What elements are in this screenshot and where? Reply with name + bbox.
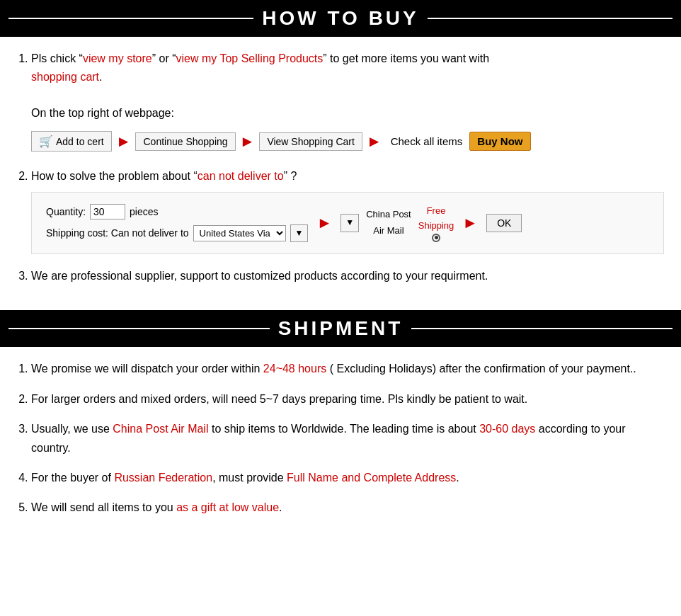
shipping-label: Shipping cost: Can not deliver to — [46, 225, 189, 241]
add-to-cart-button[interactable]: 🛒 Add to cert — [31, 131, 112, 152]
step2-suffix: ” ? — [284, 170, 297, 182]
cart-flow: 🛒 Add to cert ► Continue Shopping ► View… — [31, 129, 664, 154]
china-post-box: China Post Air Mail — [366, 207, 411, 239]
step1-middle: ” or “ — [152, 52, 176, 64]
step1-subtext: On the top right of webpage: — [31, 107, 174, 119]
ship5-text1: We will send all items to you — [31, 501, 176, 513]
view-cart-label: View Shopping Cart — [267, 136, 354, 147]
add-to-cart-label: Add to cert — [56, 136, 104, 147]
shipment-item-4: For the buyer of Russian Federation, mus… — [31, 469, 664, 487]
step1-suffix: ” to get more items you want with — [323, 52, 489, 64]
step1-cart-suffix: . — [99, 71, 102, 83]
china-post-line1: China Post — [366, 207, 411, 222]
radio-button[interactable] — [432, 234, 440, 242]
diagram-arrow-1: ► — [316, 210, 332, 235]
step-2: How to solve the problem about “can not … — [31, 167, 664, 254]
top-selling-link[interactable]: view my Top Selling Products — [176, 52, 323, 64]
ship4-text2: , must provide — [212, 472, 287, 484]
buy-now-label: Buy Now — [477, 135, 522, 147]
ship3-highlight2: 30-60 days — [479, 423, 535, 435]
check-items-text: Check all items — [391, 133, 463, 150]
view-store-link[interactable]: view my store — [83, 52, 152, 64]
shipment-content: We promise we will dispatch your order w… — [0, 347, 681, 541]
continue-shopping-button[interactable]: Continue Shopping — [135, 132, 235, 151]
shipment-header: SHIPMENT — [0, 310, 681, 347]
step-1: Pls chick “view my store” or “view my To… — [31, 50, 664, 154]
arrow-3: ► — [367, 129, 382, 154]
free-shipping-box: Free Shipping — [418, 204, 454, 242]
ship5-text2: . — [279, 501, 282, 513]
ship5-highlight: as a gift at low value — [176, 501, 279, 513]
how-to-buy-header: HOW TO BUY — [0, 0, 681, 37]
pieces-label: pieces — [130, 204, 158, 219]
ship3-text2: to ship items to Worldwide. The leading … — [208, 423, 479, 435]
ship1-text1: We promise we will dispatch your order w… — [31, 363, 263, 375]
shipment-title: SHIPMENT — [278, 317, 404, 340]
quantity-input[interactable] — [90, 204, 125, 219]
shipping-select[interactable]: United States Via — [193, 225, 286, 241]
how-to-buy-title: HOW TO BUY — [262, 7, 418, 30]
view-cart-button[interactable]: View Shopping Cart — [259, 132, 362, 151]
dropdown-arrow[interactable]: ▼ — [290, 224, 309, 242]
step3-text: We are professional supplier, support to… — [31, 270, 488, 282]
shipping-row: Shipping cost: Can not deliver to United… — [46, 224, 308, 242]
free-shipping-line2: Shipping — [418, 219, 454, 234]
quantity-row: Quantity: pieces — [46, 204, 308, 219]
ok-label: OK — [497, 217, 511, 229]
continue-shopping-label: Continue Shopping — [143, 136, 227, 147]
cart-icon: 🛒 — [39, 135, 53, 148]
arrow-2: ► — [240, 129, 256, 154]
ship4-text1: For the buyer of — [31, 472, 114, 484]
ship3-text1: Usually, we use — [31, 423, 113, 435]
ship4-highlight2: Full Name and Complete Address — [287, 472, 456, 484]
shipment-item-5: We will send all items to you as a gift … — [31, 498, 664, 517]
china-post-line2: Air Mail — [373, 224, 404, 239]
ship4-text3: . — [456, 472, 459, 484]
ship1-highlight: 24~48 hours — [263, 363, 326, 375]
step-3: We are professional supplier, support to… — [31, 267, 664, 285]
radio-inner — [435, 236, 438, 239]
ship4-highlight1: Russian Federation — [114, 472, 212, 484]
diagram-arrow-2: ► — [462, 210, 478, 235]
how-to-buy-content: Pls chick “view my store” or “view my To… — [0, 37, 681, 310]
shipment-item-1: We promise we will dispatch your order w… — [31, 360, 664, 378]
arrow-1: ► — [116, 129, 132, 154]
shipment-item-2: For larger orders and mixed orders, will… — [31, 390, 664, 409]
step1-prefix: Pls chick “ — [31, 52, 83, 64]
shipment-item-3: Usually, we use China Post Air Mail to s… — [31, 420, 664, 457]
quantity-label: Quantity: — [46, 204, 86, 219]
buy-now-button[interactable]: Buy Now — [469, 132, 530, 151]
ship2-text: For larger orders and mixed orders, will… — [31, 393, 527, 405]
free-shipping-line1: Free — [427, 204, 446, 219]
shopping-cart-link[interactable]: shopping cart — [31, 71, 99, 83]
shipping-diagram: Quantity: pieces Shipping cost: Can not … — [31, 192, 664, 254]
ok-button[interactable]: OK — [486, 214, 522, 232]
step2-prefix: How to solve the problem about “ — [31, 170, 198, 182]
ship1-text2: ( Excluding Holidays) after the confirma… — [326, 363, 636, 375]
step2-highlight: can not deliver to — [198, 170, 284, 182]
qty-group: Quantity: pieces Shipping cost: Can not … — [46, 204, 308, 242]
method-dropdown[interactable]: ▼ — [340, 214, 359, 232]
ship3-highlight1: China Post Air Mail — [113, 423, 208, 435]
